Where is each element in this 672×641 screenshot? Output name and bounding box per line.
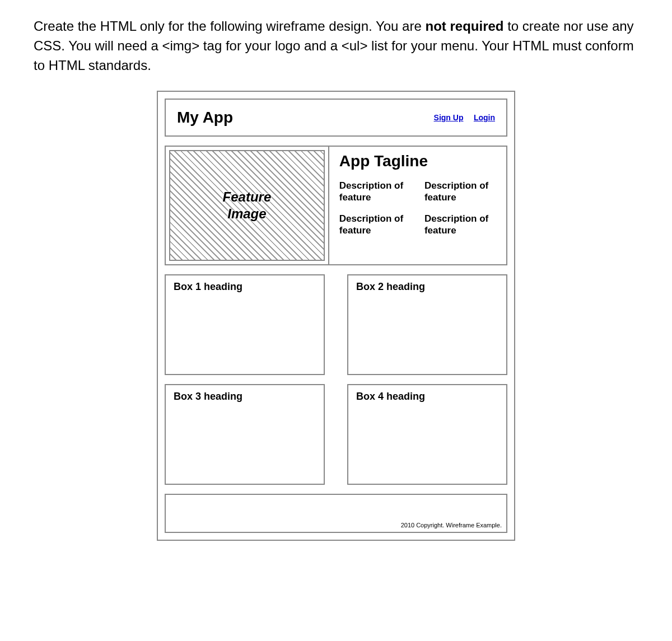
login-link[interactable]: Login bbox=[474, 113, 495, 122]
feature-description: Description of feature bbox=[424, 213, 496, 236]
content-boxes-grid: Box 1 heading Box 2 heading Box 3 headin… bbox=[165, 274, 507, 485]
feature-right-panel: App Tagline Description of feature Descr… bbox=[329, 147, 506, 264]
box-heading: Box 1 heading bbox=[174, 281, 316, 293]
wireframe: My App Sign Up Login Feature Image App T… bbox=[157, 91, 515, 541]
auth-links: Sign Up Login bbox=[426, 113, 495, 123]
feature-image-label: Feature Image bbox=[223, 189, 272, 222]
feature-image-placeholder: Feature Image bbox=[166, 147, 329, 264]
wireframe-container: My App Sign Up Login Feature Image App T… bbox=[34, 91, 638, 541]
content-box: Box 4 heading bbox=[347, 384, 507, 485]
feature-description: Description of feature bbox=[339, 213, 411, 236]
instructions-text: Create the HTML only for the following w… bbox=[34, 17, 638, 75]
content-box: Box 2 heading bbox=[347, 274, 507, 375]
content-box: Box 1 heading bbox=[165, 274, 325, 375]
page-root: Create the HTML only for the following w… bbox=[0, 0, 672, 641]
instructions-part1: Create the HTML only for the following w… bbox=[34, 18, 425, 34]
signup-link[interactable]: Sign Up bbox=[434, 113, 464, 122]
feature-description: Description of feature bbox=[339, 180, 411, 203]
instructions-bold: not required bbox=[425, 18, 503, 34]
feature-description-grid: Description of feature Description of fe… bbox=[339, 180, 496, 236]
feature-image-label-line2: Image bbox=[227, 206, 266, 221]
logo-text: My App bbox=[177, 109, 233, 127]
feature-row: Feature Image App Tagline Description of… bbox=[165, 146, 507, 265]
box-heading: Box 2 heading bbox=[356, 281, 498, 293]
footer-copyright: 2010 Copyright. Wireframe Example. bbox=[401, 522, 502, 528]
wireframe-footer: 2010 Copyright. Wireframe Example. bbox=[165, 494, 507, 533]
feature-description: Description of feature bbox=[424, 180, 496, 203]
wireframe-header: My App Sign Up Login bbox=[165, 99, 507, 137]
content-box: Box 3 heading bbox=[165, 384, 325, 485]
box-heading: Box 4 heading bbox=[356, 391, 498, 403]
app-tagline: App Tagline bbox=[339, 152, 496, 170]
feature-image-label-line1: Feature bbox=[223, 189, 272, 204]
box-heading: Box 3 heading bbox=[174, 391, 316, 403]
